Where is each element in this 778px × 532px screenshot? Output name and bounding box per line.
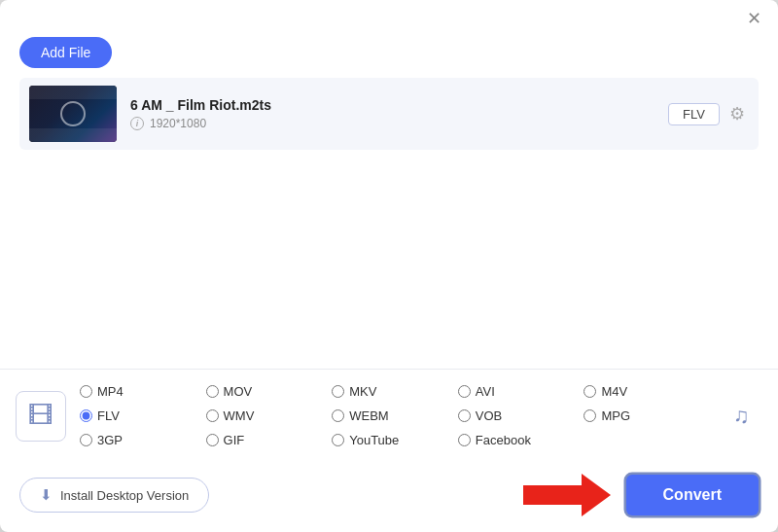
video-format-icon-area: 🎞 [16, 391, 66, 442]
arrow-body [523, 485, 582, 505]
file-info: 6 AM _ Film Riot.m2ts i 1920*1080 [130, 97, 654, 130]
file-item: 6 AM _ Film Riot.m2ts i 1920*1080 FLV ⚙ [19, 78, 759, 150]
arrow-head [582, 474, 611, 516]
file-name: 6 AM _ Film Riot.m2ts [130, 97, 654, 113]
audio-format-icon-area: ♫ [720, 395, 762, 438]
format-option-wmv[interactable]: WMV [206, 406, 333, 426]
add-file-button[interactable]: Add File [19, 37, 112, 68]
install-desktop-button[interactable]: ⬇ Install Desktop Version [19, 478, 209, 513]
install-label: Install Desktop Version [60, 488, 189, 503]
main-content-area [0, 224, 778, 370]
file-meta: i 1920*1080 [130, 117, 654, 130]
convert-button[interactable]: Convert [626, 475, 759, 515]
format-option-facebook[interactable]: Facebook [458, 430, 584, 450]
close-button[interactable]: ✕ [745, 10, 762, 27]
red-arrow-indicator [523, 474, 611, 516]
format-panel: 🎞 MP4 MOV MKV AVI M4V [0, 369, 778, 464]
file-list: 6 AM _ Film Riot.m2ts i 1920*1080 FLV ⚙ [19, 78, 759, 224]
film-icon: 🎞 [28, 401, 53, 431]
toolbar: Add File [0, 31, 778, 78]
format-option-webm[interactable]: WEBM [332, 406, 458, 426]
download-icon: ⬇ [40, 486, 53, 504]
format-option-vob[interactable]: VOB [458, 406, 584, 426]
file-resolution: 1920*1080 [150, 117, 206, 130]
main-window: ✕ Add File 6 AM _ Film Riot.m2ts i 1920*… [0, 0, 778, 532]
format-option-gif[interactable]: GIF [206, 430, 333, 450]
format-option-mp4[interactable]: MP4 [80, 381, 206, 402]
settings-button[interactable]: ⚙ [729, 103, 745, 124]
format-option-3gp[interactable]: 3GP [80, 430, 206, 450]
format-option-mpg[interactable]: MPG [584, 406, 710, 426]
footer-right: Convert [523, 474, 759, 516]
format-option-mkv[interactable]: MKV [332, 381, 458, 402]
format-option-avi[interactable]: AVI [458, 381, 584, 402]
format-badge[interactable]: FLV [668, 103, 720, 125]
format-option-youtube[interactable]: YouTube [332, 430, 458, 450]
format-option-flv[interactable]: FLV [80, 406, 206, 426]
title-bar: ✕ [0, 0, 778, 31]
format-option-m4v[interactable]: M4V [584, 381, 710, 402]
format-radio-grid: MP4 MOV MKV AVI M4V FLV [80, 381, 710, 450]
info-icon: i [130, 117, 144, 130]
format-option-mov[interactable]: MOV [206, 381, 333, 402]
footer: ⬇ Install Desktop Version Convert [0, 464, 778, 532]
file-thumbnail [29, 86, 117, 142]
music-icon: ♫ [733, 404, 750, 429]
file-actions: FLV ⚙ [668, 103, 745, 125]
